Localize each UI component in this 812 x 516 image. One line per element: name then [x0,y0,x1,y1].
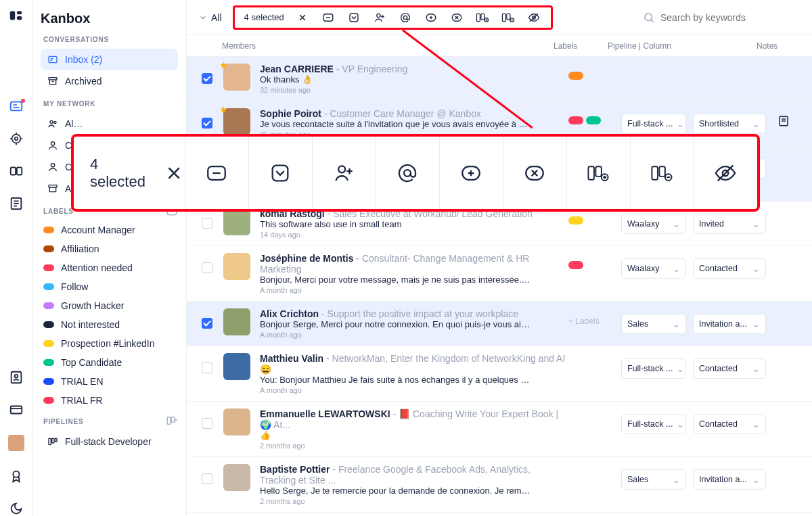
conversation-row[interactable]: Emmanuelle LEWARTOWSKI - 📕 Coaching Writ… [187,402,812,457]
search-input[interactable] [660,12,796,23]
zoom-close-icon[interactable] [164,162,184,185]
pipeline-dropdown[interactable]: Sales⌄ [621,469,686,490]
row-labels [568,253,621,269]
conversation-row[interactable]: Joséphine de Montis - Consultant- Change… [187,246,812,302]
zoom-message-icon[interactable] [185,137,248,209]
message-preview: Bonjour, Merci pour votre message, mais … [260,275,531,285]
pipeline-remove-action-icon[interactable] [495,7,521,28]
label-item[interactable]: Attention needed [41,258,178,277]
conversation-row[interactable]: Alix Crichton - Support the positive imp… [187,302,812,346]
row-checkbox[interactable] [202,473,212,484]
row-checkbox[interactable] [202,262,212,273]
conversation-row[interactable]: ★ Jean CARRIERE - VP Engineering Ok than… [187,57,812,101]
label-item[interactable]: TRIAL FR [41,391,178,410]
pipeline-dropdown[interactable]: Full-stack ...⌄ [621,414,686,434]
nav-all-members[interactable]: Al… [41,113,178,135]
badge-nav-icon[interactable] [9,469,24,484]
column-dropdown[interactable]: Contacted⌄ [693,258,766,279]
contacts-nav-icon[interactable] [9,370,24,385]
add-contact-action-icon[interactable] [367,7,392,28]
pipeline-item[interactable]: Full-stack Developer [41,431,178,452]
remove-action-icon[interactable] [444,7,470,28]
nav-archived[interactable]: Archived [41,70,178,92]
zoom-add-contact-icon[interactable] [312,137,376,209]
conversation-row[interactable]: Jennifer Pelletier - J'accompagne les en… [187,513,812,516]
svg-point-5 [14,137,18,141]
row-checkbox[interactable] [202,218,212,229]
label-item[interactable]: Account Manager [41,220,178,239]
pipeline-dropdown[interactable]: Full-stack ...⌄ [621,358,686,379]
label-item[interactable]: TRIAL EN [41,372,178,391]
nav-inbox[interactable]: Inbox (2) [41,49,178,70]
message-preview: Ok thanks 👌 [260,74,531,85]
zoom-pipeline-remove-icon[interactable] [630,137,694,209]
svg-rect-2 [16,16,21,20]
label-item[interactable]: Prospection #LinkedIn [41,334,178,353]
message-time: A month ago [260,386,568,394]
column-dropdown[interactable]: Contacted⌄ [693,358,766,379]
row-checkbox[interactable] [202,362,212,373]
pipeline-add-action-icon[interactable] [470,7,495,28]
mention-action-icon[interactable] [392,7,418,28]
add-pipeline-icon[interactable] [166,415,178,427]
column-dropdown[interactable]: Invitation a...⌄ [693,469,766,490]
add-action-icon[interactable] [418,7,444,28]
conversation-row[interactable]: Baptiste Pottier - Freelance Google & Fa… [187,457,812,513]
search-box[interactable] [632,11,807,24]
automations-nav-icon[interactable] [9,164,24,179]
message-action-icon[interactable] [315,7,341,28]
column-dropdown[interactable]: Contacted⌄ [693,414,766,434]
pipeline-dropdown[interactable]: Waalaxy⌄ [621,258,686,279]
member-name: Jean CARRIERE - VP Engineering [260,64,568,74]
note-icon[interactable] [777,115,790,127]
col-notes: Notes [757,41,797,51]
svg-rect-21 [167,417,171,424]
zoom-add-icon[interactable] [439,137,503,209]
column-dropdown[interactable]: Shortlisted⌄ [693,114,766,134]
row-checkbox[interactable] [202,73,212,84]
add-labels-link[interactable]: + Labels [568,316,600,326]
row-checkbox[interactable] [202,118,212,128]
row-checkbox[interactable] [202,318,212,329]
clear-selection-icon[interactable] [290,7,315,28]
section-conversations: CONVERSATIONS [43,36,175,43]
label-item[interactable]: Top Candidate [41,353,178,372]
zoom-archive-icon[interactable] [248,137,312,209]
messages-nav-icon[interactable] [9,99,24,114]
pipeline-dropdown[interactable]: Waalaxy⌄ [621,214,686,234]
member-avatar [223,253,250,280]
zoom-remove-icon[interactable] [503,137,566,209]
hide-action-icon[interactable] [521,7,547,28]
column-dropdown[interactable]: Invitation a...⌄ [693,314,766,334]
svg-rect-11 [10,406,22,414]
theme-toggle-icon[interactable] [9,501,24,516]
row-checkbox[interactable] [202,418,212,429]
user-avatar-small[interactable] [8,435,24,451]
column-dropdown[interactable]: Invited⌄ [693,214,766,234]
svg-rect-19 [49,185,57,187]
templates-nav-icon[interactable] [9,196,24,211]
pipeline-dropdown[interactable]: Sales⌄ [621,314,686,334]
conversation-row[interactable]: Matthieu Valin - NetworkMan, Enter the K… [187,346,812,402]
section-labels: LABELS [43,208,74,215]
label-item[interactable]: Follow [41,277,178,296]
svg-rect-48 [596,166,602,177]
zoom-hide-icon[interactable] [694,137,757,209]
member-avatar [223,308,250,335]
label-item[interactable]: Not interested [41,315,178,334]
billing-nav-icon[interactable] [9,402,24,417]
filter-all-dropdown[interactable]: All [192,8,229,27]
message-time: A month ago [260,286,568,294]
svg-rect-22 [171,417,175,422]
row-labels [568,408,621,417]
label-color-icon [43,302,54,309]
label-item[interactable]: Growth Hacker [41,296,178,315]
svg-rect-0 [9,11,14,20]
label-item[interactable]: Affiliation [41,239,178,258]
archive-action-icon[interactable] [341,7,367,28]
svg-rect-47 [589,166,595,179]
pipeline-dropdown[interactable]: Full-stack ...⌄ [621,114,686,134]
zoom-pipeline-add-icon[interactable] [566,137,630,209]
target-nav-icon[interactable] [9,131,24,146]
zoom-mention-icon[interactable] [376,137,439,209]
